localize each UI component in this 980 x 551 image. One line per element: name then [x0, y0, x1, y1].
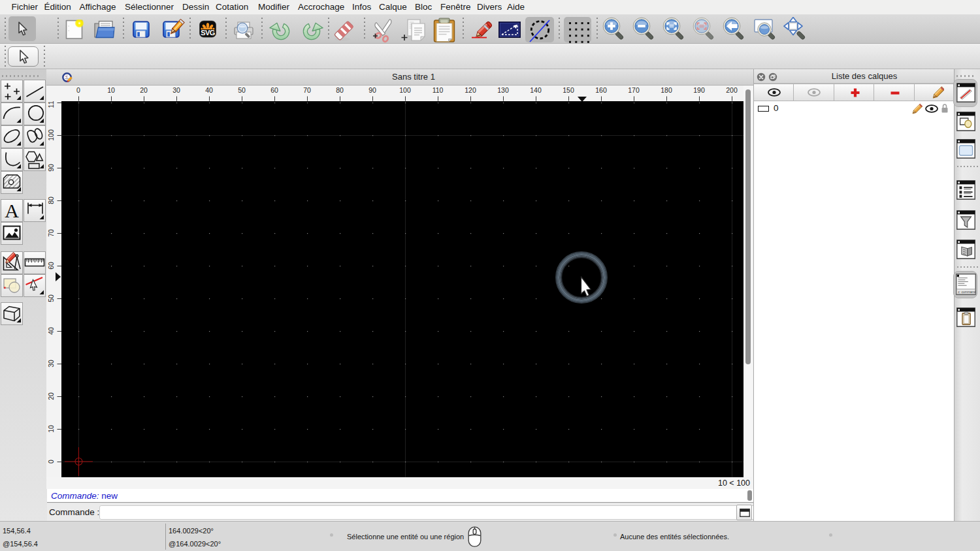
svg-text:60: 60	[47, 262, 55, 270]
svg-text:200: 200	[726, 86, 738, 94]
svg-text:90: 90	[368, 86, 376, 94]
svg-text:90: 90	[47, 164, 55, 172]
svg-text:30: 30	[172, 86, 180, 94]
svg-text:140: 140	[530, 86, 542, 94]
svg-text:40: 40	[205, 86, 213, 94]
svg-text:130: 130	[497, 86, 509, 94]
svg-text:10: 10	[107, 86, 115, 94]
svg-text:110: 110	[433, 86, 444, 94]
svg-text:180: 180	[661, 86, 672, 94]
svg-text:0: 0	[47, 460, 55, 464]
svg-text:110: 110	[47, 101, 55, 108]
svg-text:A: A	[5, 200, 19, 221]
svg-text:50: 50	[47, 294, 55, 302]
svg-text:100: 100	[47, 129, 55, 141]
svg-text:80: 80	[336, 86, 344, 94]
svg-text:190: 190	[693, 86, 705, 94]
svg-text:60: 60	[270, 86, 278, 94]
svg-text:70: 70	[303, 86, 311, 94]
svg-text:80: 80	[47, 197, 55, 204]
svg-text:30: 30	[47, 360, 55, 368]
svg-text:100: 100	[399, 86, 411, 94]
svg-text:120: 120	[465, 86, 476, 94]
svg-text:150: 150	[563, 86, 574, 94]
svg-text:10: 10	[47, 425, 55, 433]
svg-text:170: 170	[628, 86, 640, 94]
svg-text:c: command: c: command	[958, 290, 975, 294]
svg-text:70: 70	[47, 229, 55, 237]
svg-text:20: 20	[47, 392, 55, 400]
svg-text:40: 40	[47, 327, 55, 335]
svg-text:20: 20	[140, 86, 148, 94]
svg-text:50: 50	[238, 86, 246, 94]
svg-text:0: 0	[76, 86, 80, 94]
svg-text:SVG: SVG	[201, 29, 215, 37]
svg-text:160: 160	[595, 86, 607, 94]
